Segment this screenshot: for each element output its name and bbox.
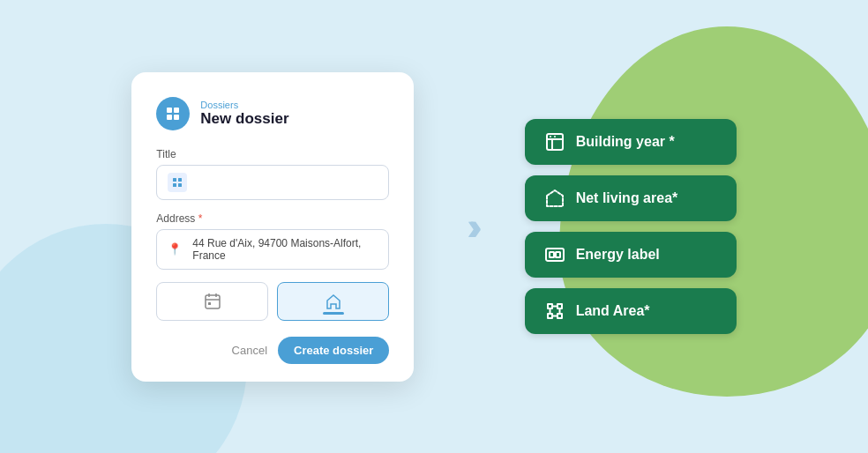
create-dossier-button[interactable]: Create dossier [278,337,389,364]
svg-rect-5 [178,178,182,182]
svg-rect-16 [556,252,560,257]
svg-rect-2 [167,115,172,120]
energy-label-label: Energy label [576,247,660,263]
cancel-button[interactable]: Cancel [232,344,267,357]
title-form-group: Title [156,148,389,200]
title-input[interactable] [156,165,389,200]
address-value: 44 Rue d'Aix, 94700 Maisons-Alfort, Fran… [192,237,378,262]
home-tab[interactable] [277,282,389,321]
location-icon: 📍 [168,242,182,256]
svg-rect-12 [208,302,211,305]
svg-rect-15 [550,252,554,257]
tags-section: Building year * Net living area* Energy … [525,119,737,334]
modal-breadcrumb: Dossiers [200,100,288,110]
tag-energy-label: Energy label [525,232,737,278]
svg-rect-3 [174,115,179,120]
net-living-area-icon [544,188,565,209]
modal-card: Dossiers New dossier Title Address * [131,72,414,382]
tab-buttons [156,282,389,321]
modal-header-text: Dossiers New dossier [200,100,288,128]
svg-rect-1 [174,108,179,113]
double-chevron-icon: ›› [467,207,471,246]
modal-header: Dossiers New dossier [156,97,389,130]
building-year-icon [544,131,565,152]
avatar [156,97,190,130]
svg-rect-8 [206,295,220,308]
svg-rect-6 [173,183,176,187]
svg-rect-0 [167,108,172,113]
svg-rect-7 [178,183,182,187]
main-content: Dossiers New dossier Title Address * [0,0,868,453]
svg-rect-4 [173,178,176,182]
energy-label-icon [544,244,565,265]
tag-land-area: Land Area* [525,288,737,334]
net-living-area-label: Net living area* [576,190,678,206]
address-label: Address * [156,212,389,225]
calendar-tab[interactable] [156,282,268,321]
modal-title: New dossier [200,110,288,128]
tag-net-living-area: Net living area* [525,175,737,221]
building-year-label: Building year * [576,134,675,150]
title-label: Title [156,148,389,160]
address-input[interactable]: 📍 44 Rue d'Aix, 94700 Maisons-Alfort, Fr… [156,229,389,270]
tag-building-year: Building year * [525,119,737,165]
title-input-icon [168,173,187,192]
modal-footer: Cancel Create dossier [156,337,389,364]
address-form-group: Address * 📍 44 Rue d'Aix, 94700 Maisons-… [156,212,389,270]
land-area-icon [544,301,565,322]
land-area-label: Land Area* [576,303,650,319]
arrow-section: ›› [467,207,471,246]
